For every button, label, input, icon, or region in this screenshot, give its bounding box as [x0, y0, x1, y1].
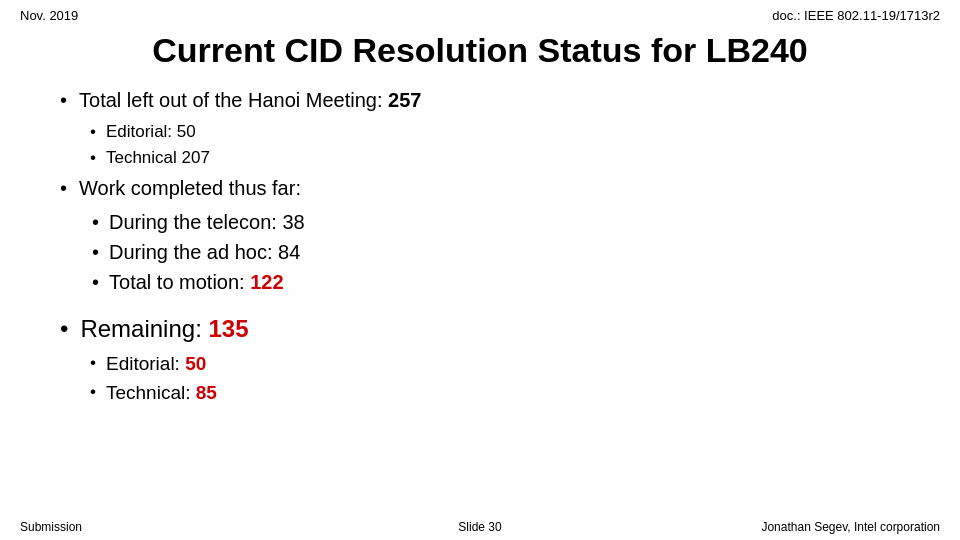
slide: Nov. 2019 doc.: IEEE 802.11-19/1713r2 Cu… — [0, 0, 960, 540]
bullet2-sub-bullets: • During the telecon: 38 • During the ad… — [92, 208, 900, 296]
bullet-text-2-1: During the telecon: 38 — [109, 208, 305, 236]
header-right: doc.: IEEE 802.11-19/1713r2 — [772, 8, 940, 23]
footer-left: Submission — [20, 520, 82, 534]
bullet-text-1: Total left out of the Hanoi Meeting: 257 — [79, 86, 421, 114]
footer-right: Jonathan Segev, Intel corporation — [761, 520, 940, 534]
bullet-total-motion: • Total to motion: 122 — [92, 268, 900, 296]
bullet-remaining-editorial: • Editorial: 50 — [90, 351, 900, 378]
bullet-technical: • Technical 207 — [90, 146, 900, 170]
bullet-dot-3-1: • — [90, 351, 96, 375]
footer-center: Slide 30 — [458, 520, 501, 534]
title-area: Current CID Resolution Status for LB240 — [0, 27, 960, 80]
bullet-telecon: • During the telecon: 38 — [92, 208, 900, 236]
bullet1-prefix: Total left out of the Hanoi Meeting: — [79, 89, 388, 111]
bullet-text-1-2: Technical 207 — [106, 146, 210, 170]
bullet-text-2-3: Total to motion: 122 — [109, 268, 284, 296]
bullet-text-2: Work completed thus far: — [79, 174, 301, 202]
bullet-text-1-1: Editorial: 50 — [106, 120, 196, 144]
bullet-total-left: • Total left out of the Hanoi Meeting: 2… — [60, 86, 900, 114]
bullet-remaining: • Remaining: 135 — [60, 312, 900, 346]
remaining-technical-value: 85 — [196, 382, 217, 403]
remaining-value: 135 — [208, 315, 248, 342]
bullet-dot-1-2: • — [90, 146, 96, 170]
bullet1-value: 257 — [388, 89, 421, 111]
bullet-dot-2-3: • — [92, 268, 99, 296]
bullet3-sub-bullets: • Editorial: 50 • Technical: 85 — [90, 351, 900, 406]
remaining-editorial-value: 50 — [185, 353, 206, 374]
total-motion-value: 122 — [250, 271, 283, 293]
bullet-adhoc: • During the ad hoc: 84 — [92, 238, 900, 266]
bullet-text-3-2: Technical: 85 — [106, 380, 217, 407]
bullet-dot-3: • — [60, 312, 68, 346]
header-left: Nov. 2019 — [20, 8, 78, 23]
bullet1-sub-bullets: • Editorial: 50 • Technical 207 — [90, 120, 900, 170]
content-area: • Total left out of the Hanoi Meeting: 2… — [0, 80, 960, 540]
bullet-dot-1-1: • — [90, 120, 96, 144]
remaining-prefix: Remaining: — [80, 315, 208, 342]
bullet-dot-2-2: • — [92, 238, 99, 266]
bullet-editorial: • Editorial: 50 — [90, 120, 900, 144]
bullet-dot-2: • — [60, 174, 67, 202]
bullet-dot-3-2: • — [90, 380, 96, 404]
bullet-dot-2-1: • — [92, 208, 99, 236]
bullet-text-3-1: Editorial: 50 — [106, 351, 206, 378]
bullet-text-3: Remaining: 135 — [80, 312, 248, 346]
slide-header: Nov. 2019 doc.: IEEE 802.11-19/1713r2 — [0, 0, 960, 27]
bullet-work-completed: • Work completed thus far: — [60, 174, 900, 202]
main-title: Current CID Resolution Status for LB240 — [152, 31, 808, 69]
bullet-dot-1: • — [60, 86, 67, 114]
bullet-text-2-2: During the ad hoc: 84 — [109, 238, 300, 266]
bullet-remaining-technical: • Technical: 85 — [90, 380, 900, 407]
